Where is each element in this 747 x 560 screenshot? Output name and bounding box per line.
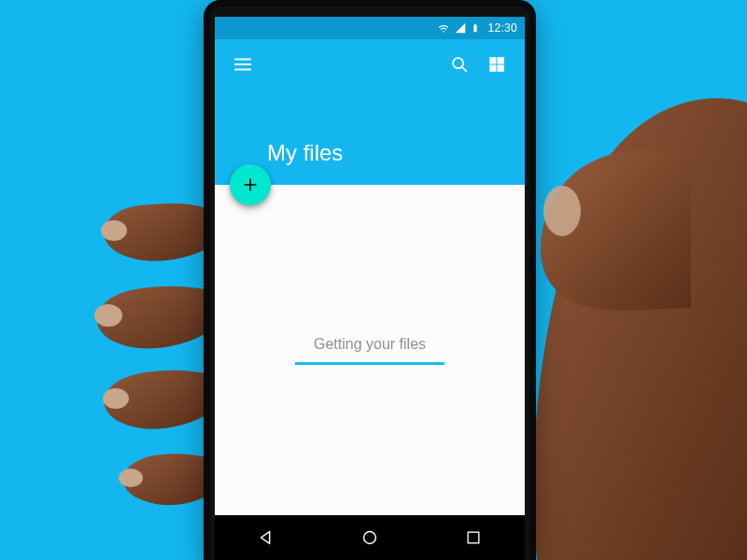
svg-point-3: [119, 469, 143, 487]
cell-signal-icon: [454, 21, 467, 35]
svg-rect-13: [468, 532, 479, 543]
hamburger-menu-icon: [233, 54, 253, 75]
svg-rect-9: [498, 65, 503, 71]
svg-point-12: [364, 532, 376, 544]
svg-point-14: [543, 186, 581, 236]
nav-home-button[interactable]: [342, 515, 398, 560]
menu-button[interactable]: [228, 49, 258, 79]
grid-tiles-icon: [486, 54, 507, 75]
app-bar: My files: [215, 39, 525, 185]
search-icon: [449, 54, 470, 75]
svg-rect-7: [498, 58, 503, 63]
android-nav-bar: [215, 515, 525, 560]
nav-back-button[interactable]: [238, 515, 294, 560]
content-area: Getting your files: [215, 185, 525, 515]
loading-status-text: Getting your files: [314, 336, 426, 353]
svg-point-0: [101, 220, 127, 241]
page-title: My files: [267, 140, 343, 166]
search-button[interactable]: [444, 49, 474, 79]
nav-recents-button[interactable]: [445, 515, 501, 560]
svg-rect-6: [490, 58, 496, 63]
recents-square-icon: [464, 528, 483, 547]
svg-line-5: [462, 67, 466, 71]
home-circle-icon: [359, 527, 380, 548]
svg-rect-8: [490, 65, 496, 71]
loading-progress-bar: [295, 362, 444, 365]
phone-screen: 12:30: [215, 17, 525, 515]
add-fab-button[interactable]: [230, 164, 271, 205]
status-bar-time: 12:30: [487, 21, 517, 35]
phone-device-frame: 12:30: [204, 0, 536, 560]
battery-icon: [471, 21, 480, 35]
loading-progress-indicator: [295, 362, 444, 365]
plus-icon: [241, 175, 260, 194]
android-status-bar: 12:30: [215, 17, 525, 39]
svg-point-1: [94, 304, 122, 327]
back-triangle-icon: [256, 527, 276, 548]
svg-point-2: [103, 388, 129, 409]
view-grid-button[interactable]: [482, 49, 512, 79]
wifi-icon: [437, 21, 450, 35]
